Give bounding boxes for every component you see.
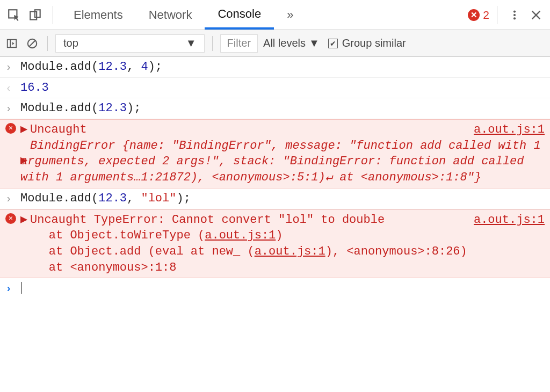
error-content: a.out.js:1 ▶Uncaught TypeError: Cannot c… <box>20 212 545 276</box>
console-output: › Module.add(12.3, 4); ‹ 16.3 › Module.a… <box>0 57 550 299</box>
panel-tabs: Elements Network Console » <box>61 0 306 30</box>
group-similar-label: Group similar <box>342 37 406 49</box>
source-link[interactable]: a.out.js:1 <box>474 212 545 228</box>
chevron-down-icon: ▼ <box>186 37 197 49</box>
disclosure-triangle-icon[interactable]: ▶ <box>20 212 28 228</box>
divider <box>212 36 213 51</box>
error-icon: ✕ <box>468 9 480 21</box>
prompt-chevron-icon: › <box>5 280 20 296</box>
input-chevron-icon: › <box>5 191 20 206</box>
svg-point-3 <box>513 10 516 12</box>
console-command: Module.add(12.3, "lol"); <box>20 191 545 207</box>
console-result-row: ‹ 16.3 <box>0 78 550 99</box>
console-error-row[interactable]: ✕ a.out.js:1 ▶Uncaught ▶BindingError {na… <box>0 119 550 188</box>
error-object: BindingError {name: "BindingError", mess… <box>20 139 541 184</box>
log-level-selector[interactable]: All levels ▼ <box>263 37 320 49</box>
console-input-row[interactable]: › Module.add(12.3, 4); <box>0 57 550 78</box>
svg-point-5 <box>513 17 516 19</box>
disclosure-triangle-icon[interactable]: ▶ <box>20 122 28 138</box>
tab-elements[interactable]: Elements <box>61 0 136 30</box>
source-link[interactable]: a.out.js:1 <box>205 229 276 242</box>
text-cursor <box>21 282 22 294</box>
context-value: top <box>63 37 78 49</box>
sidebar-toggle-icon[interactable] <box>4 36 19 51</box>
tab-console[interactable]: Console <box>205 0 274 30</box>
console-prompt[interactable]: › <box>0 278 550 299</box>
uncaught-label: Uncaught <box>30 123 87 136</box>
svg-rect-6 <box>8 39 17 47</box>
error-content: a.out.js:1 ▶Uncaught ▶BindingError {name… <box>20 122 545 186</box>
result-chevron-icon: ‹ <box>5 80 20 96</box>
tab-network[interactable]: Network <box>136 0 205 30</box>
svg-rect-2 <box>35 10 40 17</box>
console-error-row[interactable]: ✕ a.out.js:1 ▶Uncaught TypeError: Cannot… <box>0 209 550 279</box>
error-message: Uncaught TypeError: Cannot convert "lol"… <box>30 213 385 227</box>
divider <box>53 6 53 24</box>
console-command: Module.add(12.3, 4); <box>20 59 545 75</box>
context-selector[interactable]: top ▼ <box>55 34 205 53</box>
stack-frame: at Object.add (eval at new_ (a.out.js:1)… <box>20 245 467 258</box>
console-toolbar: top ▼ Filter All levels ▼ ✔ Group simila… <box>0 30 550 57</box>
tab-overflow[interactable]: » <box>274 0 306 30</box>
group-similar-toggle[interactable]: ✔ Group similar <box>328 37 406 49</box>
console-input[interactable] <box>20 280 545 296</box>
error-icon: ✕ <box>5 212 20 224</box>
error-count: 2 <box>483 9 489 21</box>
divider <box>47 36 48 51</box>
input-chevron-icon: › <box>5 100 20 116</box>
console-input-row[interactable]: › Module.add(12.3, "lol"); <box>0 188 550 209</box>
error-icon: ✕ <box>5 122 20 134</box>
console-result: 16.3 <box>20 80 545 96</box>
input-chevron-icon: › <box>5 59 20 75</box>
console-command: Module.add(12.3); <box>20 100 545 117</box>
source-link[interactable]: a.out.js:1 <box>255 245 325 258</box>
svg-point-4 <box>513 13 516 16</box>
error-count-badge[interactable]: ✕ 2 <box>468 9 489 21</box>
source-link[interactable]: a.out.js:1 <box>474 122 545 138</box>
device-toggle-icon[interactable] <box>26 5 45 25</box>
filter-input[interactable]: Filter <box>220 34 258 53</box>
svg-rect-1 <box>30 11 37 19</box>
stack-frame: at Object.toWireType (a.out.js:1) <box>20 229 283 242</box>
kebab-menu-icon[interactable] <box>505 5 524 25</box>
levels-label: All levels <box>263 37 306 49</box>
divider <box>497 6 497 24</box>
stack-frame: at <anonymous>:1:8 <box>20 261 176 274</box>
chevron-down-icon: ▼ <box>309 37 320 49</box>
devtools-main-toolbar: Elements Network Console » ✕ 2 <box>0 0 550 30</box>
clear-console-icon[interactable] <box>25 36 40 51</box>
filter-placeholder: Filter <box>227 37 251 49</box>
console-input-row[interactable]: › Module.add(12.3); <box>0 98 550 119</box>
inspect-icon[interactable] <box>4 5 24 25</box>
svg-line-9 <box>30 40 35 46</box>
checkbox-checked-icon: ✔ <box>328 39 338 48</box>
close-icon[interactable] <box>526 5 546 25</box>
disclosure-triangle-icon[interactable]: ▶ <box>20 153 28 169</box>
